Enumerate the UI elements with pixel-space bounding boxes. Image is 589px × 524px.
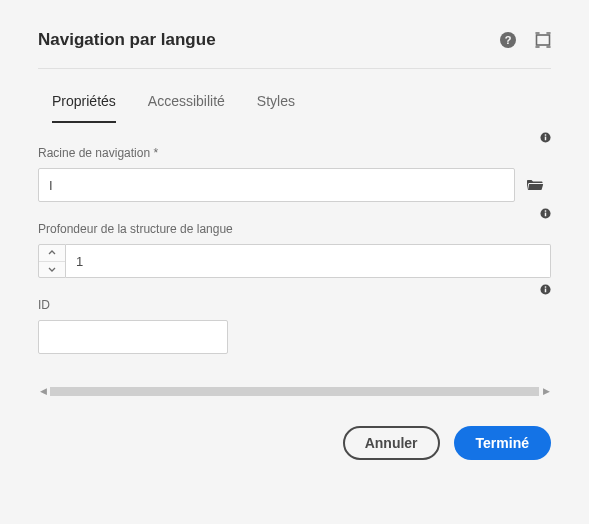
svg-rect-7 bbox=[545, 213, 546, 217]
tab-list: Propriétés Accessibilité Styles bbox=[38, 93, 551, 124]
fullscreen-icon[interactable] bbox=[535, 32, 551, 48]
chevron-down-icon[interactable] bbox=[39, 262, 65, 278]
scroll-right-icon[interactable]: ▶ bbox=[541, 386, 551, 396]
field-id: ID bbox=[38, 298, 551, 354]
svg-rect-5 bbox=[545, 134, 546, 135]
chevron-up-icon[interactable] bbox=[39, 245, 65, 262]
dialog-container: Navigation par langue ? Propriétés Acces… bbox=[0, 0, 589, 480]
scrollbar-thumb[interactable] bbox=[50, 387, 539, 396]
info-icon[interactable] bbox=[540, 132, 551, 145]
horizontal-scrollbar[interactable]: ◀ ▶ bbox=[38, 384, 551, 398]
svg-text:?: ? bbox=[505, 34, 512, 46]
id-input[interactable] bbox=[38, 320, 228, 354]
scroll-left-icon[interactable]: ◀ bbox=[38, 386, 48, 396]
field-structure-depth: Profondeur de la structure de langue bbox=[38, 222, 551, 278]
tab-accessibility[interactable]: Accessibilité bbox=[148, 93, 225, 123]
svg-rect-11 bbox=[545, 286, 546, 287]
cancel-button[interactable]: Annuler bbox=[343, 426, 440, 460]
done-button[interactable]: Terminé bbox=[454, 426, 551, 460]
tab-styles[interactable]: Styles bbox=[257, 93, 295, 123]
header-actions: ? bbox=[499, 31, 551, 49]
field-nav-root: Racine de navigation * bbox=[38, 146, 551, 202]
svg-rect-10 bbox=[545, 289, 546, 293]
dialog-footer: Annuler Terminé bbox=[38, 426, 551, 460]
svg-rect-4 bbox=[545, 137, 546, 141]
svg-rect-8 bbox=[545, 210, 546, 211]
help-icon[interactable]: ? bbox=[499, 31, 517, 49]
id-label: ID bbox=[38, 298, 551, 312]
svg-rect-2 bbox=[537, 35, 550, 45]
nav-root-input[interactable] bbox=[38, 168, 515, 202]
form-panel: Racine de navigation * Profondeur de la … bbox=[38, 146, 551, 398]
stepper-controls bbox=[38, 244, 66, 278]
dialog-title: Navigation par langue bbox=[38, 30, 216, 50]
folder-open-icon[interactable] bbox=[519, 168, 551, 202]
nav-root-label: Racine de navigation * bbox=[38, 146, 551, 160]
dialog-header: Navigation par langue ? bbox=[38, 30, 551, 69]
info-icon[interactable] bbox=[540, 284, 551, 297]
info-icon[interactable] bbox=[540, 208, 551, 221]
tab-properties[interactable]: Propriétés bbox=[52, 93, 116, 123]
structure-depth-label: Profondeur de la structure de langue bbox=[38, 222, 551, 236]
structure-depth-input[interactable] bbox=[66, 244, 551, 278]
